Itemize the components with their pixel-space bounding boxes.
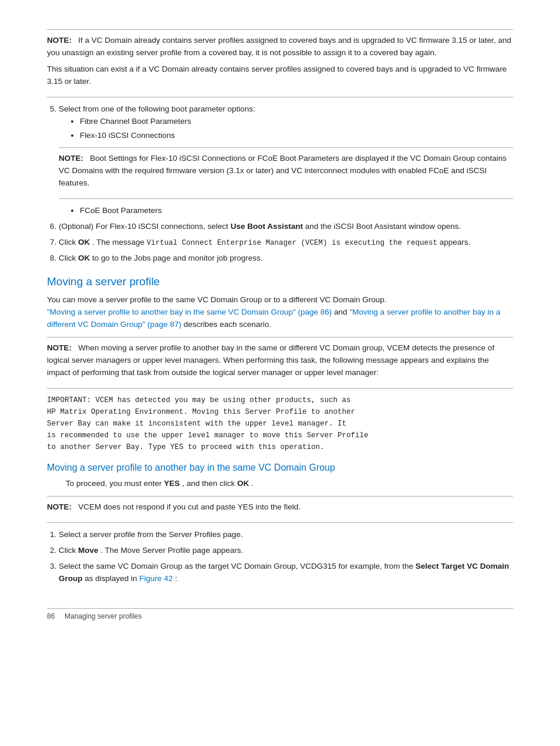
step8-after: to go to the Jobs page and monitor job p… — [92, 254, 262, 262]
moving-note-label: NOTE: — [47, 343, 72, 352]
moving-link2-after: describes each scenario. — [184, 320, 271, 329]
step5-note-body: Boot Settings for Flex-10 iSCSI Connecti… — [59, 154, 507, 187]
step2-bold: Move — [78, 546, 99, 555]
section-same-group-heading: Moving a server profile to another bay i… — [47, 463, 513, 473]
step5-bullets: Fibre Channel Boot Parameters Flex-10 iS… — [80, 116, 513, 142]
section-moving-heading: Moving a server profile — [47, 275, 513, 288]
bullet-fcoe: FCoE Boot Parameters — [80, 205, 513, 217]
step7-ok: OK — [78, 238, 90, 247]
step5-note-text: NOTE: Boot Settings for Flex-10 iSCSI Co… — [59, 153, 513, 190]
intro-yes: YES — [164, 479, 180, 488]
step-6: (Optional) For Flex-10 iSCSI connections… — [59, 221, 513, 233]
same-group-note-body: VCEM does not respond if you cut and pas… — [78, 502, 301, 511]
moving-intro-text: You can move a server profile to the sam… — [47, 295, 387, 304]
step-7: Click OK . The message Virtual Connect E… — [59, 237, 513, 249]
step3-end: : — [175, 574, 177, 583]
top-note-text2: This situation can exist a if a VC Domai… — [47, 63, 513, 88]
step3-link[interactable]: Figure 42 — [139, 574, 173, 583]
bullet-flex10: Flex-10 iSCSI Connections — [80, 130, 513, 142]
intro-before: To proceed, you must enter — [66, 479, 162, 488]
step7-mono: Virtual Connect Enterprise Manager (VCEM… — [147, 239, 437, 247]
moving-note-body: When moving a server profile to another … — [47, 343, 494, 377]
intro-after: , and then click — [182, 479, 235, 488]
step2-before: Click — [59, 546, 76, 555]
step6-after: and the iSCSI Boot Assistant window open… — [305, 222, 461, 231]
intro-end: . — [251, 479, 254, 488]
same-group-step2: Click Move . The Move Server Profile pag… — [59, 545, 513, 557]
step5-note-block: NOTE: Boot Settings for Flex-10 iSCSI Co… — [59, 147, 513, 199]
section-moving-intro: You can move a server profile to the sam… — [47, 294, 513, 331]
step3-before: Select the same VC Domain Group as the t… — [59, 562, 413, 571]
step6-before: (Optional) For Flex-10 iSCSI connections… — [59, 222, 228, 231]
top-note-label: NOTE: — [47, 36, 72, 45]
moving-note-text: NOTE: When moving a server profile to an… — [47, 342, 513, 379]
step5-note-label: NOTE: — [59, 154, 83, 163]
footer-text: Managing server profiles — [65, 612, 141, 620]
step1-text: Select a server profile from the Server … — [59, 530, 243, 539]
moving-link1[interactable]: "Moving a server profile to another bay … — [47, 308, 332, 316]
top-note-body1: If a VC Domain already contains server p… — [47, 36, 511, 57]
step7-middle: . The message — [92, 238, 144, 247]
step6-bold: Use Boot Assistant — [231, 222, 303, 231]
step7-after: appears. — [440, 238, 471, 247]
same-group-note-text: NOTE: VCEM does not respond if you cut a… — [47, 501, 513, 514]
step3-after: as displayed in — [85, 574, 137, 583]
top-note-text1: NOTE: If a VC Domain already contains se… — [47, 35, 513, 59]
same-group-step1: Select a server profile from the Server … — [59, 529, 513, 541]
step-5: Select from one of the following boot pa… — [59, 103, 513, 217]
step-8: Click OK to go to the Jobs page and moni… — [59, 252, 513, 265]
moving-mono-block: IMPORTANT: VCEM has detected you may be … — [47, 394, 513, 453]
same-group-note-block: NOTE: VCEM does not respond if you cut a… — [47, 496, 513, 523]
moving-note-block: NOTE: When moving a server profile to an… — [47, 337, 513, 389]
footer: 86 Managing server profiles — [47, 608, 513, 620]
intro-ok: OK — [237, 479, 249, 488]
step2-after: . The Move Server Profile page appears. — [100, 546, 243, 555]
footer-page: 86 — [47, 612, 55, 620]
same-group-step3: Select the same VC Domain Group as the t… — [59, 561, 513, 585]
step5-text: Select from one of the following boot pa… — [59, 104, 255, 113]
same-group-intro: To proceed, you must enter YES , and the… — [66, 478, 513, 490]
top-note-block: NOTE: If a VC Domain already contains se… — [47, 29, 513, 97]
step5-bullets2: FCoE Boot Parameters — [80, 205, 513, 217]
main-steps-list: Select from one of the following boot pa… — [59, 103, 513, 265]
bullet-fibre: Fibre Channel Boot Parameters — [80, 116, 513, 128]
step8-ok: OK — [78, 254, 90, 262]
page-content: NOTE: If a VC Domain already contains se… — [0, 0, 560, 656]
same-group-steps: Select a server profile from the Server … — [59, 529, 513, 585]
moving-link1-after: and — [334, 308, 349, 316]
step8-before: Click — [59, 254, 76, 262]
step7-before: Click — [59, 238, 76, 247]
same-group-note-label: NOTE: — [47, 502, 72, 511]
